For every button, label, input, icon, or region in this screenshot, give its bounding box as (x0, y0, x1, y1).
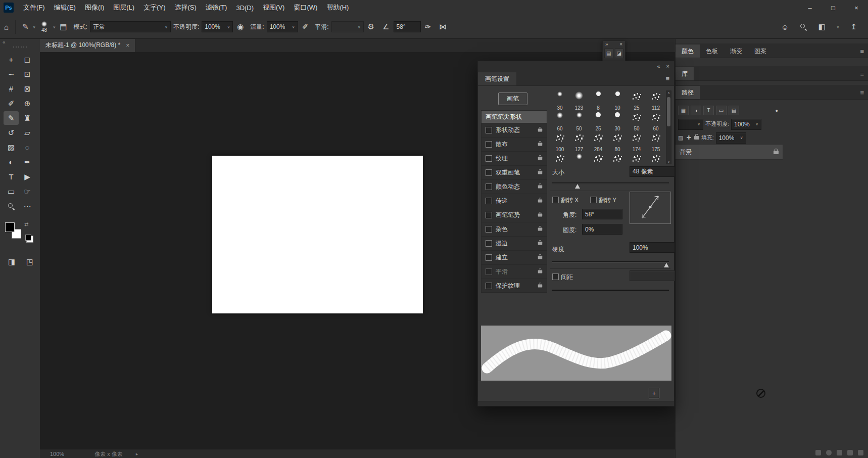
menu-3d[interactable]: 3D(D) (231, 0, 258, 15)
menu-image[interactable]: 图像(I) (80, 0, 109, 15)
foreground-color-swatch[interactable] (5, 222, 15, 232)
zoom-tool[interactable] (4, 199, 19, 213)
brush-tool[interactable]: ✎ (4, 111, 19, 125)
brush-option-texture[interactable]: 纹理 (481, 151, 547, 165)
brush-preset[interactable]: 112 (646, 90, 665, 111)
lock-icon[interactable] (538, 228, 543, 231)
menu-type[interactable]: 文字(Y) (139, 0, 170, 15)
brush-preset[interactable]: 206 (550, 153, 569, 164)
opacity-input[interactable]: 100% ∨ (202, 21, 233, 32)
tab-patterns[interactable]: 图案 (748, 44, 773, 58)
chevron-down-icon[interactable]: ∨ (53, 25, 56, 29)
blend-mode-select[interactable]: 正常 ∨ (90, 21, 171, 32)
brushes-button[interactable]: 画笔 (498, 93, 527, 105)
layer-blend-mode-select[interactable]: ∨ (678, 119, 703, 130)
brush-preset[interactable]: 120 (646, 153, 665, 164)
lock-all-icon[interactable] (694, 136, 699, 140)
brush-option-wet-edges[interactable]: 湿边 (481, 236, 547, 250)
brush-preset[interactable]: 127 (569, 132, 589, 153)
close-window-button[interactable]: × (845, 0, 868, 15)
brush-settings-toggle-icon[interactable]: ▤ (60, 22, 67, 31)
panel-menu-icon[interactable]: ≡ (665, 75, 669, 82)
move-tool[interactable]: + (4, 53, 19, 66)
pressure-size-icon[interactable]: ✑ (425, 22, 431, 31)
smoothing-input[interactable]: ∨ (331, 21, 364, 32)
lock-icon[interactable] (538, 256, 543, 259)
panel-menu-icon[interactable]: ≡ (860, 48, 868, 58)
menu-filter[interactable]: 滤镜(T) (201, 0, 232, 15)
screen-mode-button[interactable]: ◳ (22, 255, 37, 268)
type-tool[interactable]: T (4, 170, 19, 184)
lock-icon[interactable] (538, 157, 543, 160)
brush-option-color-dynamics[interactable]: 颜色动态 (481, 179, 547, 194)
path-selection-tool[interactable]: ▶ (20, 170, 35, 184)
brush-preset[interactable]: 25 (627, 153, 646, 164)
brush-tool-preset-icon[interactable]: ✎ (22, 22, 29, 31)
brush-preset[interactable]: 60 (550, 111, 569, 132)
lock-icon[interactable] (538, 171, 543, 174)
checkbox-icon[interactable] (486, 169, 492, 176)
expand-panel-icon[interactable]: » (605, 41, 608, 47)
smoothing-gear-icon[interactable]: ⚙ (368, 22, 374, 31)
layer-effects-icon[interactable] (826, 450, 832, 455)
flip-x-checkbox[interactable] (552, 197, 559, 203)
checkbox-icon[interactable] (486, 226, 492, 233)
filter-toggle-icon[interactable]: ● (776, 108, 780, 113)
collapse-panel-icon[interactable]: « (657, 63, 660, 69)
quick-mask-button[interactable]: ◨ (4, 255, 19, 268)
brush-preset[interactable]: 25 (627, 90, 646, 111)
checkbox-icon[interactable] (486, 212, 492, 218)
tab-libraries[interactable]: 库 (676, 67, 694, 80)
spacing-checkbox[interactable] (552, 273, 559, 280)
brush-preset[interactable]: 10 (608, 90, 627, 111)
close-collapsed-panel-icon[interactable]: × (619, 41, 622, 47)
scroll-up-icon[interactable]: ∧ (666, 91, 671, 95)
checkbox-icon[interactable] (486, 240, 492, 247)
size-input[interactable]: 48 像素 (630, 166, 675, 177)
lock-icon[interactable] (538, 242, 543, 245)
lasso-tool[interactable]: ∽ (4, 67, 19, 81)
brush-tip-shape-item[interactable]: 画笔笔尖形状 (481, 111, 547, 123)
clone-stamp-tool[interactable]: ♜ (20, 111, 35, 125)
layer-fill-input[interactable]: 100% ∨ (716, 132, 746, 144)
brush-preset[interactable]: 50 (569, 153, 589, 164)
flip-y-checkbox[interactable] (590, 197, 597, 203)
menu-select[interactable]: 选择(S) (170, 0, 201, 15)
layer-mask-icon[interactable] (837, 450, 842, 455)
lock-icon[interactable] (538, 270, 543, 273)
eraser-tool[interactable]: ▱ (20, 126, 35, 140)
spacing-slider[interactable] (552, 290, 669, 291)
dodge-tool[interactable]: ◐ (4, 155, 19, 169)
preset-scrollbar[interactable]: ∧ ∨ (666, 90, 671, 164)
brush-preset[interactable]: 50 (569, 111, 589, 132)
brush-preset[interactable]: 60 (646, 111, 665, 132)
brush-option-transfer[interactable]: 传递 (481, 194, 547, 208)
hand-tool[interactable]: ☞ (20, 185, 35, 198)
brush-preset[interactable]: 30 (550, 90, 569, 111)
checkbox-icon[interactable] (486, 198, 492, 204)
brush-size-picker[interactable]: 48 (37, 21, 52, 33)
brush-preset[interactable]: 25 (589, 111, 608, 132)
roundness-input[interactable]: 0% (582, 224, 622, 235)
brush-option-dual-brush[interactable]: 双重画笔 (481, 165, 547, 179)
brush-option-brush-pose[interactable]: 画笔笔势 (481, 208, 547, 222)
eyedropper-tool[interactable]: ✐ (4, 97, 19, 110)
size-slider[interactable] (552, 182, 669, 184)
scroll-down-icon[interactable]: ∨ (666, 160, 671, 164)
brush-preset[interactable]: 8 (589, 90, 608, 111)
checkbox-icon[interactable] (486, 254, 492, 261)
lock-icon[interactable] (538, 285, 543, 288)
toolbar-grip[interactable] (0, 45, 40, 49)
blur-tool[interactable]: ◌ (20, 141, 35, 154)
spacing-input[interactable] (630, 270, 675, 281)
brush-preset[interactable]: 174 (627, 132, 646, 153)
lock-transparency-icon[interactable]: ▨ (678, 134, 683, 141)
menu-view[interactable]: 视图(V) (258, 0, 289, 15)
tab-swatches[interactable]: 色板 (700, 44, 724, 58)
default-colors-icon[interactable] (25, 235, 31, 241)
brush-preset[interactable]: 80 (608, 153, 627, 164)
brush-preset[interactable]: 175 (646, 132, 665, 153)
checkbox-icon[interactable] (486, 184, 492, 190)
document-tab[interactable]: 未标题-1 @ 100%(RGB/8) * × (40, 38, 135, 52)
marquee-tool[interactable]: ◻ (20, 53, 35, 66)
